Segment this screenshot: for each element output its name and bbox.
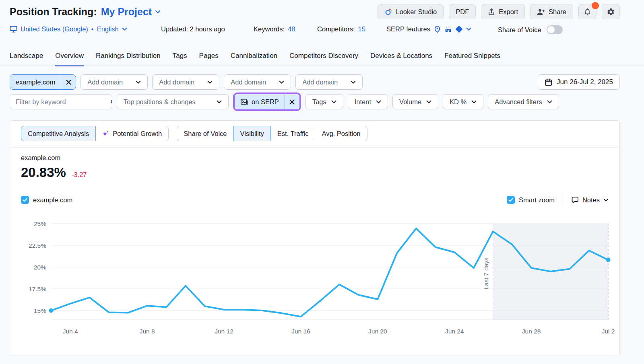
chevron-down-icon xyxy=(426,100,431,104)
add-domain-dropdown-2[interactable]: Add domain xyxy=(152,74,219,90)
location-pin-icon xyxy=(433,25,441,33)
remove-on-serp-button[interactable] xyxy=(285,94,299,109)
chevron-down-icon xyxy=(217,100,222,104)
location-language-selector[interactable]: United States (Google) • English xyxy=(10,25,127,33)
hotel-building-icon xyxy=(444,25,452,33)
notification-badge xyxy=(592,2,599,9)
looker-studio-button[interactable]: Looker Studio xyxy=(378,4,444,19)
keyword-search-button[interactable] xyxy=(110,95,112,109)
legend-divider xyxy=(563,194,563,206)
project-selector[interactable]: My Project xyxy=(101,6,161,18)
tags-dropdown[interactable]: Tags xyxy=(305,94,343,109)
y-axis-tick-label: 22.5% xyxy=(29,242,46,249)
tab-devices-locations[interactable]: Devices & Locations xyxy=(370,52,432,66)
monitor-icon xyxy=(10,26,17,33)
kd-dropdown[interactable]: KD % xyxy=(443,94,483,109)
close-icon xyxy=(66,80,71,85)
x-axis-tick-label: Jul 2 xyxy=(602,328,615,335)
tab-overview[interactable]: Overview xyxy=(55,52,84,66)
on-serp-filter-chip[interactable]: on SERP xyxy=(235,94,299,109)
keyword-filter-input[interactable] xyxy=(10,95,110,109)
notifications-button[interactable] xyxy=(578,4,597,19)
search-icon xyxy=(110,99,112,105)
tab-competitors-discovery[interactable]: Competitors Discovery xyxy=(289,52,358,66)
remove-domain-button[interactable] xyxy=(61,75,76,89)
close-icon xyxy=(289,99,295,105)
y-axis-tick-label: 20% xyxy=(34,264,46,271)
visibility-view-button[interactable]: Visibility xyxy=(233,126,271,141)
main-nav-tabs: Landscape Overview Rankings Distribution… xyxy=(10,52,500,66)
export-button[interactable]: Export xyxy=(481,4,525,19)
smart-zoom-checkbox[interactable] xyxy=(507,196,515,204)
project-name: My Project xyxy=(101,6,152,18)
on-serp-filter-highlight: on SERP xyxy=(233,93,301,111)
smart-zoom-label: Smart zoom xyxy=(519,196,555,204)
bell-icon xyxy=(583,7,592,16)
top-positions-dropdown[interactable]: Top positions & changes xyxy=(117,94,229,109)
location-label: United States (Google) xyxy=(21,25,88,33)
bullet-separator: • xyxy=(91,25,94,33)
active-domain-chip[interactable]: example.com xyxy=(10,74,76,90)
x-axis-tick-label: Jun 20 xyxy=(368,328,387,335)
chevron-down-icon xyxy=(331,100,336,104)
tab-rankings-distribution[interactable]: Rankings Distribution xyxy=(96,52,161,66)
analysis-mode-group: Competitive Analysis Potential Growth xyxy=(21,126,169,141)
keyword-filter-field xyxy=(10,94,112,109)
metric-domain-label: example.com xyxy=(21,154,87,162)
add-domain-dropdown-4[interactable]: Add domain xyxy=(295,74,363,90)
competitors-value[interactable]: 15 xyxy=(358,25,365,33)
subheader: United States (Google) • English Updated… xyxy=(10,25,620,37)
settings-button[interactable] xyxy=(602,4,620,19)
visibility-metric: example.com 20.83% -3.27 xyxy=(21,154,87,180)
tab-tags[interactable]: Tags xyxy=(173,52,187,66)
tab-pages[interactable]: Pages xyxy=(199,52,219,66)
keywords-value[interactable]: 48 xyxy=(288,25,295,33)
chevron-down-icon xyxy=(351,80,356,84)
intent-dropdown[interactable]: Intent xyxy=(348,94,388,109)
looker-studio-label: Looker Studio xyxy=(396,8,437,16)
tabs-divider xyxy=(0,66,644,66)
line-chart-canvas: 25%22.5%20%17.5%15%Last 7 daysJun 4Jun 8… xyxy=(21,219,612,341)
competitive-analysis-button[interactable]: Competitive Analysis xyxy=(21,126,96,141)
share-button[interactable]: Share xyxy=(530,4,573,19)
overview-card: Competitive Analysis Potential Growth Sh… xyxy=(10,120,620,356)
x-axis-tick-label: Jun 12 xyxy=(215,328,233,335)
volume-dropdown[interactable]: Volume xyxy=(392,94,438,109)
chevron-down-icon xyxy=(122,27,127,31)
y-axis-tick-label: 15% xyxy=(34,307,46,314)
on-serp-label: on SERP xyxy=(252,98,279,106)
y-axis-tick-label: 25% xyxy=(34,220,46,227)
share-person-icon xyxy=(537,8,545,15)
share-of-voice-view-button[interactable]: Share of Voice xyxy=(177,126,233,141)
notes-dropdown[interactable]: Notes xyxy=(571,196,609,204)
tab-featured-snippets[interactable]: Featured Snippets xyxy=(444,52,500,66)
add-domain-dropdown-1[interactable]: Add domain xyxy=(80,74,148,90)
card-divider xyxy=(10,147,619,148)
metric-mode-group: Share of Voice Visibility Est. Traffic A… xyxy=(177,126,367,141)
share-of-voice-label: Share of Voice xyxy=(498,26,541,34)
language-label: English xyxy=(97,25,119,33)
x-axis-tick-label: Jun 28 xyxy=(522,328,541,335)
series-endpoint-dot xyxy=(49,308,54,313)
x-axis-tick-label: Jun 8 xyxy=(140,328,155,335)
avg-position-view-button[interactable]: Avg. Position xyxy=(315,126,367,141)
serp-features-selector[interactable]: SERP features xyxy=(386,25,471,33)
date-range-picker[interactable]: Jun 26-Jul 2, 2025 xyxy=(538,74,620,90)
add-domain-dropdown-3[interactable]: Add domain xyxy=(224,74,291,90)
pdf-button[interactable]: PDF xyxy=(449,4,476,19)
est-traffic-view-button[interactable]: Est. Traffic xyxy=(270,126,316,141)
share-of-voice-toggle[interactable] xyxy=(547,25,563,34)
export-icon xyxy=(488,8,495,16)
sparkles-icon xyxy=(102,130,109,137)
advanced-filters-dropdown[interactable]: Advanced filters xyxy=(488,94,559,109)
potential-growth-button[interactable]: Potential Growth xyxy=(95,126,169,141)
chevron-down-icon xyxy=(279,80,284,84)
tab-landscape[interactable]: Landscape xyxy=(10,52,43,66)
domain-series-checkbox[interactable] xyxy=(21,196,29,204)
keyword-filter-row: Top positions & changes on SERP Tags Int xyxy=(10,92,620,112)
notes-label: Notes xyxy=(582,196,600,204)
toggle-knob xyxy=(547,26,555,33)
x-axis-tick-label: Jun 16 xyxy=(291,328,310,335)
metric-change-badge: -3.27 xyxy=(72,171,87,179)
tab-cannibalization[interactable]: Cannibalization xyxy=(231,52,277,66)
